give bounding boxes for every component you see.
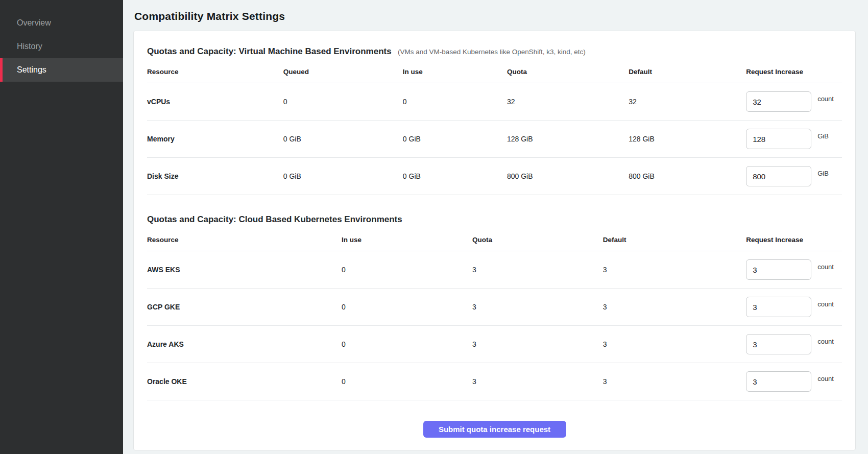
vm-row-quota: 128 GiB (507, 135, 629, 143)
vm-row-quota: 32 (507, 98, 629, 106)
page-title: Compatibility Matrix Settings (134, 10, 856, 22)
vm-header-quota: Quota (507, 68, 629, 76)
vm-row-unit: count (817, 95, 834, 103)
cloud-row-quota: 3 (472, 266, 603, 274)
cloud-row-unit: count (817, 300, 834, 308)
cloud-header-in-use: In use (342, 236, 472, 244)
cloud-header-quota: Quota (472, 236, 603, 244)
table-row: Disk Size 0 GiB 0 GiB 800 GiB 800 GiB Gi… (147, 158, 842, 195)
gcp-gke-request-input[interactable] (746, 297, 811, 317)
vm-header-in-use: In use (403, 68, 507, 76)
sidebar-item-overview[interactable]: Overview (0, 11, 123, 35)
cloud-row-request-cell: count (746, 290, 842, 324)
vm-row-quota: 800 GiB (507, 172, 629, 180)
vm-header-queued: Queued (283, 68, 403, 76)
cloud-row-in-use: 0 (342, 266, 472, 274)
main-content: Compatibility Matrix Settings Quotas and… (123, 0, 868, 454)
sidebar-item-settings[interactable]: Settings (0, 58, 123, 82)
vm-row-default: 32 (629, 98, 746, 106)
cloud-row-resource: AWS EKS (147, 266, 342, 274)
vm-row-resource: Disk Size (147, 172, 283, 180)
cloud-row-default: 3 (603, 266, 746, 274)
vm-row-in-use: 0 GiB (403, 172, 507, 180)
azure-aks-request-input[interactable] (746, 334, 811, 354)
cloud-header-default: Default (603, 236, 746, 244)
cloud-row-request-cell: count (746, 327, 842, 362)
aws-eks-request-input[interactable] (746, 259, 811, 280)
vm-row-queued: 0 GiB (283, 172, 403, 180)
cloud-row-in-use: 0 (342, 377, 472, 386)
disk-size-request-input[interactable] (746, 166, 811, 186)
cloud-section-title: Quotas and Capacity: Cloud Based Kuberne… (147, 214, 402, 224)
table-row: vCPUs 0 0 32 32 count (147, 83, 842, 121)
table-row: GCP GKE 0 3 3 count (147, 289, 842, 326)
settings-card: Quotas and Capacity: Virtual Machine Bas… (133, 31, 856, 450)
vm-row-request-cell: GiB (746, 159, 842, 194)
cloud-row-default: 3 (603, 377, 746, 386)
cloud-row-resource: GCP GKE (147, 303, 342, 311)
vm-row-request-cell: GiB (746, 122, 842, 156)
vm-row-unit: GiB (817, 170, 829, 177)
cloud-row-in-use: 0 (342, 340, 472, 348)
vm-header-resource: Resource (147, 68, 283, 76)
submit-area: Submit quota increase request (147, 400, 842, 444)
vm-row-queued: 0 GiB (283, 135, 403, 143)
cloud-row-request-cell: count (746, 252, 842, 287)
vm-row-default: 800 GiB (629, 172, 746, 180)
sidebar-item-history[interactable]: History (0, 35, 123, 58)
cloud-row-request-cell: count (746, 364, 842, 399)
vm-section-subtitle: (VMs and VM-based Kubernetes like OpenSh… (398, 48, 586, 56)
vm-row-default: 128 GiB (629, 135, 746, 143)
table-row: AWS EKS 0 3 3 count (147, 251, 842, 289)
cloud-header-request-increase: Request Increase (746, 236, 842, 244)
table-row: Azure AKS 0 3 3 count (147, 326, 842, 363)
vm-row-resource: vCPUs (147, 98, 283, 106)
cloud-row-unit: count (817, 263, 834, 271)
vm-row-in-use: 0 (403, 98, 507, 106)
vm-row-request-cell: count (746, 84, 842, 119)
vm-table-header: Resource Queued In use Quota Default Req… (147, 68, 842, 83)
cloud-header-resource: Resource (147, 236, 342, 244)
cloud-row-default: 3 (603, 340, 746, 348)
cloud-row-quota: 3 (472, 340, 603, 348)
oracle-oke-request-input[interactable] (746, 371, 811, 392)
vm-row-queued: 0 (283, 98, 403, 106)
cloud-row-unit: count (817, 375, 834, 383)
cloud-section-header: Quotas and Capacity: Cloud Based Kuberne… (147, 214, 842, 225)
cloud-row-quota: 3 (472, 303, 603, 311)
vm-header-default: Default (629, 68, 746, 76)
memory-request-input[interactable] (746, 129, 811, 149)
cloud-row-resource: Azure AKS (147, 340, 342, 348)
cloud-row-unit: count (817, 338, 834, 345)
cloud-row-in-use: 0 (342, 303, 472, 311)
vm-section-title: Quotas and Capacity: Virtual Machine Bas… (147, 46, 392, 56)
submit-quota-increase-button[interactable]: Submit quota increase request (423, 421, 566, 438)
vm-row-in-use: 0 GiB (403, 135, 507, 143)
table-row: Memory 0 GiB 0 GiB 128 GiB 128 GiB GiB (147, 121, 842, 158)
cloud-row-resource: Oracle OKE (147, 377, 342, 386)
vm-row-unit: GiB (817, 132, 829, 140)
vm-header-request-increase: Request Increase (746, 68, 842, 76)
sidebar: Overview History Settings (0, 0, 123, 454)
vm-row-resource: Memory (147, 135, 283, 143)
vm-section-header: Quotas and Capacity: Virtual Machine Bas… (147, 46, 842, 57)
cloud-table-header: Resource In use Quota Default Request In… (147, 236, 842, 251)
cloud-row-quota: 3 (472, 377, 603, 386)
cloud-row-default: 3 (603, 303, 746, 311)
vcpus-request-input[interactable] (746, 91, 811, 112)
table-row: Oracle OKE 0 3 3 count (147, 363, 842, 400)
